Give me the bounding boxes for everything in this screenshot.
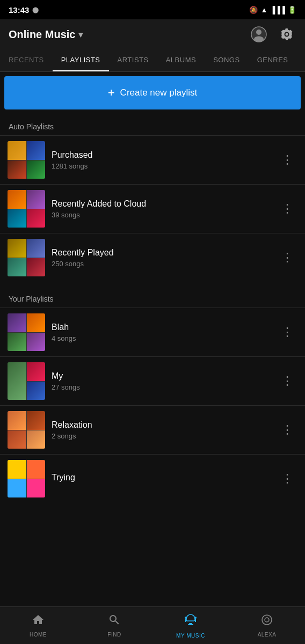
playlist-thumb-purchased: [8, 141, 45, 179]
playlist-count-purchased: 1281 songs: [52, 162, 271, 170]
thumb-cell: [8, 333, 26, 352]
playlist-item-relaxation[interactable]: Relaxation 2 songs ⋮: [0, 405, 305, 454]
playlist-name-blah: Blah: [52, 323, 271, 332]
thumb-cell: [8, 258, 26, 277]
bottom-nav-my-music[interactable]: MY MUSIC: [152, 607, 229, 644]
thumb-cell: [27, 141, 46, 160]
settings-icon[interactable]: [277, 25, 296, 44]
tab-songs[interactable]: SONGS: [205, 49, 248, 71]
thumb-cell: [27, 239, 46, 258]
app-title[interactable]: Online Music ▾: [9, 28, 83, 41]
plus-icon: +: [108, 86, 115, 100]
playlist-name-trying: Trying: [52, 473, 271, 482]
playlist-info-blah: Blah 4 songs: [45, 323, 277, 342]
playlist-info-trying: Trying: [45, 473, 277, 485]
playlist-count-my: 27 songs: [52, 383, 271, 391]
your-playlists-title: Your Playlists: [9, 295, 54, 303]
thumb-cell: [8, 362, 26, 400]
playlist-more-purchased[interactable]: ⋮: [277, 149, 297, 171]
playlist-info-relaxation: Relaxation 2 songs: [45, 420, 277, 440]
thumb-cell: [27, 460, 46, 479]
home-label: HOME: [30, 632, 47, 638]
home-icon: [32, 613, 45, 630]
playlist-info-my: My 27 songs: [45, 371, 277, 391]
dropdown-arrow: ▾: [78, 30, 83, 40]
nav-tabs: RECENTS PLAYLISTS ARTISTS ALBUMS SONGS G…: [0, 49, 305, 72]
playlist-thumb-my: [8, 362, 45, 400]
thumb-cell: [8, 411, 26, 430]
playlist-item-recently-played[interactable]: Recently Played 250 songs ⋮: [0, 233, 305, 282]
playlist-thumb-recently-added: [8, 190, 45, 228]
playlist-info-purchased: Purchased 1281 songs: [45, 150, 277, 170]
thumb-cell: [8, 430, 26, 449]
playlist-count-recently-added: 39 songs: [52, 211, 271, 219]
playlist-more-recently-added[interactable]: ⋮: [277, 197, 297, 220]
status-bar: 13:43 ⬤ 🔕 ▲ ▐▐▐ 🔋: [0, 0, 305, 19]
thumb-cell: [8, 209, 26, 228]
playlist-name-my: My: [52, 371, 271, 381]
playlist-thumb-trying: [8, 460, 45, 497]
svg-rect-3: [188, 624, 193, 625]
playlist-count-recently-played: 250 songs: [52, 260, 271, 268]
playlist-name-relaxation: Relaxation: [52, 420, 271, 430]
your-playlists-section-header: Your Playlists: [0, 286, 305, 308]
playlist-count-blah: 4 songs: [52, 334, 271, 342]
thumb-cell: [8, 160, 26, 179]
playlist-more-my[interactable]: ⋮: [277, 370, 297, 392]
svg-point-1: [256, 30, 262, 35]
mute-icon: 🔕: [249, 6, 258, 14]
playlist-more-blah[interactable]: ⋮: [277, 321, 297, 343]
thumb-cell: [27, 313, 46, 332]
auto-playlists-title: Auto Playlists: [9, 122, 54, 131]
svg-point-2: [254, 36, 264, 42]
playlist-name-purchased: Purchased: [52, 150, 271, 160]
my-music-icon: [183, 612, 198, 631]
playlist-item-recently-added-cloud[interactable]: Recently Added to Cloud 39 songs ⋮: [0, 184, 305, 233]
create-playlist-button[interactable]: + Create new playlist: [4, 76, 301, 109]
playlist-name-recently-added: Recently Added to Cloud: [52, 199, 271, 209]
thumb-cell: [8, 479, 26, 498]
bottom-nav-find[interactable]: FIND: [76, 607, 152, 644]
playlist-count-relaxation: 2 songs: [52, 432, 271, 440]
thumb-cell: [27, 411, 46, 430]
playlist-info-recently-played: Recently Played 250 songs: [45, 248, 277, 268]
playlist-item-purchased[interactable]: Purchased 1281 songs ⋮: [0, 135, 305, 184]
bottom-nav: HOME FIND MY MUSIC ALEXA: [0, 606, 305, 644]
playlist-more-relaxation[interactable]: ⋮: [277, 419, 297, 441]
thumb-cell: [8, 190, 26, 209]
svg-rect-4: [189, 623, 192, 624]
playlist-item-my[interactable]: My 27 songs ⋮: [0, 356, 305, 405]
playlist-thumb-blah: [8, 313, 45, 351]
thumb-cell: [8, 239, 26, 258]
find-label: FIND: [107, 632, 121, 638]
auto-playlists-section-header: Auto Playlists: [0, 114, 305, 135]
playlist-item-trying[interactable]: Trying ⋮: [0, 454, 305, 503]
alexa-icon: [260, 613, 273, 630]
bottom-nav-alexa[interactable]: ALEXA: [229, 607, 305, 644]
playlist-more-trying[interactable]: ⋮: [277, 467, 297, 490]
find-icon: [108, 613, 121, 630]
playlist-thumb-recently-played: [8, 239, 45, 276]
thumb-cell: [27, 479, 46, 498]
tab-genres[interactable]: GENRES: [249, 49, 297, 71]
playlist-more-recently-played[interactable]: ⋮: [277, 246, 297, 269]
wifi-icon: ▲: [260, 6, 267, 14]
tab-playlists[interactable]: PLAYLISTS: [53, 49, 109, 71]
battery-icon: 🔋: [288, 6, 296, 14]
thumb-cell: [27, 430, 46, 449]
playlist-item-blah[interactable]: Blah 4 songs ⋮: [0, 308, 305, 356]
battery-level-icon: ⬤: [32, 6, 39, 13]
thumb-cell: [27, 362, 46, 381]
app-title-text: Online Music: [9, 28, 75, 41]
tab-artists[interactable]: ARTISTS: [109, 49, 157, 71]
signal-icon: ▐▐▐: [270, 6, 285, 14]
tab-albums[interactable]: ALBUMS: [157, 49, 205, 71]
status-icons: 🔕 ▲ ▐▐▐ 🔋: [249, 6, 296, 14]
thumb-cell: [27, 382, 46, 400]
profile-icon[interactable]: [249, 25, 268, 44]
my-music-label: MY MUSIC: [176, 633, 205, 639]
thumb-cell: [27, 209, 46, 228]
app-header: Online Music ▾: [0, 19, 305, 49]
tab-recents[interactable]: RECENTS: [0, 49, 53, 71]
bottom-nav-home[interactable]: HOME: [0, 607, 76, 644]
